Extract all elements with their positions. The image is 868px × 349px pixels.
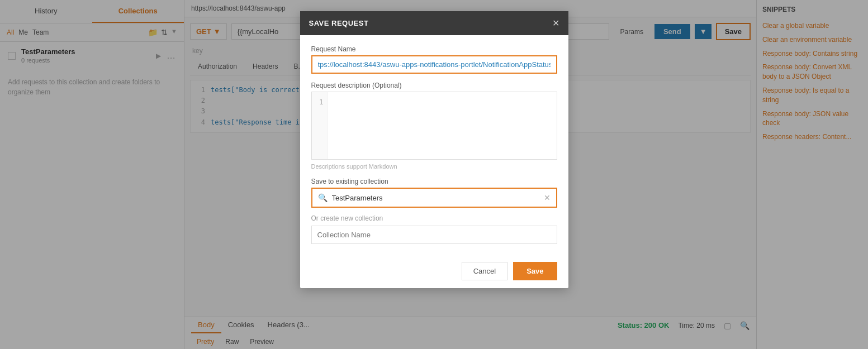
line-numbers: 1 — [312, 92, 328, 159]
markdown-hint: Descriptions support Markdown — [311, 163, 557, 170]
description-textarea-wrap: 1 — [311, 92, 557, 160]
collection-search-label: Save to existing collection — [311, 178, 557, 185]
request-name-input[interactable] — [311, 55, 557, 74]
collection-search-input[interactable] — [332, 194, 539, 202]
modal-title: SAVE REQUEST — [309, 19, 369, 27]
collection-search-wrap: 🔍 ✕ — [311, 188, 557, 208]
modal-save-button[interactable]: Save — [513, 262, 557, 280]
modal-close-button[interactable]: ✕ — [552, 18, 559, 28]
clear-search-icon[interactable]: ✕ — [544, 193, 551, 202]
app-container: History Collections All Me Team 📁 ⇅ ▼ Te… — [0, 0, 868, 349]
collection-name-input[interactable] — [311, 226, 557, 244]
modal-header: SAVE REQUEST ✕ — [300, 11, 568, 35]
request-name-label: Request Name — [311, 45, 557, 53]
modal-footer: Cancel Save — [300, 254, 568, 288]
modal-overlay: SAVE REQUEST ✕ Request Name Request desc… — [0, 0, 868, 349]
description-textarea[interactable] — [328, 92, 557, 159]
save-request-modal: SAVE REQUEST ✕ Request Name Request desc… — [300, 11, 568, 288]
modal-body: Request Name Request description (Option… — [300, 35, 568, 254]
description-label: Request description (Optional) — [311, 82, 557, 89]
or-create-label: Or create new collection — [311, 214, 557, 222]
search-icon-inner: 🔍 — [318, 193, 328, 202]
cancel-button[interactable]: Cancel — [462, 262, 507, 280]
